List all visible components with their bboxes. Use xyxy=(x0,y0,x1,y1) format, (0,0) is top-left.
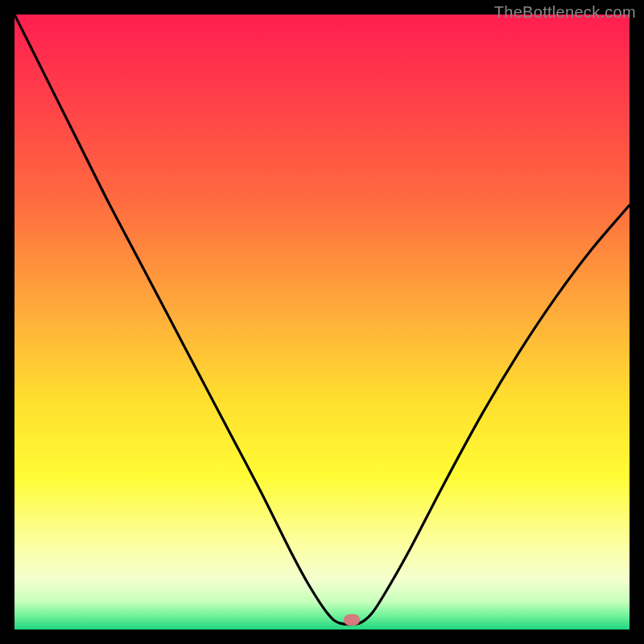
plot-frame xyxy=(14,14,630,630)
watermark-text: TheBottleneck.com xyxy=(494,3,636,22)
plot-area xyxy=(14,14,630,630)
optimal-marker xyxy=(344,614,360,625)
bottleneck-curve xyxy=(14,14,630,630)
